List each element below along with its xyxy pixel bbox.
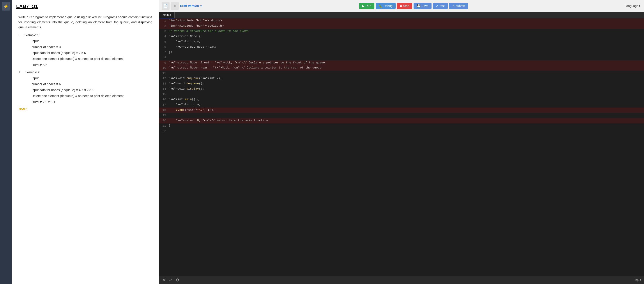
code-line: 15 [159,92,644,97]
save-icon: 💾 [417,4,420,8]
example-2-heading: II. Example 2: [18,70,152,75]
line-content: "inc">#include "hdr"><stdlib.h> [169,24,644,29]
app-icon: ⚡ [2,2,10,11]
line-number: 7 [159,50,169,55]
example-1-section: I. Example 1: Input: number of nodes = 3… [18,33,152,68]
debug-icon: 🐛 [379,4,382,8]
test-button[interactable]: ✓ test [433,3,448,9]
example-2-section: II. Example 2: Input: number of nodes = … [18,70,152,105]
code-line: 13"kw">void dequeue(); [159,81,644,86]
example-1-nodes: number of nodes = 3 [32,45,152,50]
code-line: 16"kw">int main() { [159,97,644,102]
bottom-bar: ✕ ⤢ ⚙ input [159,276,644,284]
stop-icon: ■ [400,4,402,8]
chevron-down-icon: ▼ [200,5,202,7]
example-2-enqueue: Input data for nodes (enqueue) = 4 7 9 2… [32,88,152,93]
draft-version-selector[interactable]: Draft version ▼ [180,4,202,8]
draft-version-label: Draft version [180,4,199,8]
settings-icon[interactable]: ⚙ [176,278,179,282]
run-label: Run [366,4,371,8]
file-tab-main[interactable]: main.c [159,12,174,18]
line-number: 3 [159,29,169,34]
code-line: 19 [159,113,644,118]
line-content: "kw">void enqueue("kw">int x); [169,76,644,81]
sidebar: ⚡ [0,0,12,284]
line-number: 12 [159,76,169,81]
line-number: 22 [159,129,169,134]
debug-label: Debug [384,4,392,8]
example-1-label: I. [18,33,20,38]
line-number: 21 [159,123,169,129]
save-button[interactable]: 💾 Save [414,3,432,9]
file-tab-name: main.c [162,13,171,17]
test-icon: ✓ [436,4,438,8]
line-content: "kw">struct Node* rear = "kw">NULL; "cm"… [169,65,644,70]
line-content: }; [169,50,644,55]
file-icon-button[interactable]: 📄 [162,2,170,10]
lab-title-area: LAB7_Q1 [12,0,159,11]
line-number: 8 [159,55,169,60]
problem-description: Write a C program to implement a queue u… [18,15,152,30]
left-panel: LAB7_Q1 Write a C program to implement a… [12,0,159,284]
debug-button[interactable]: 🐛 Debug [376,3,396,9]
example-1-delete: Delete one element (dequeue) // no need … [32,56,152,61]
code-line: 17 "kw">int n, m; [159,102,644,107]
line-number: 14 [159,86,169,92]
input-label: input [635,278,641,281]
example-1-content: Input: number of nodes = 3 Input data fo… [32,39,152,68]
upload-icon-button[interactable]: ⬆ [171,2,179,10]
example-1-heading: I. Example 1: [18,33,152,38]
code-line: 10"kw">struct Node* rear = "kw">NULL; "c… [159,65,644,71]
code-line: 2"inc">#include "hdr"><stdlib.h> [159,24,644,29]
line-content: "kw">int n, m; [169,102,644,107]
submit-button[interactable]: ↗ submit [449,3,468,9]
line-number: 9 [159,60,169,66]
terminal-icon[interactable]: ✕ [162,278,166,282]
language-label: Language C [625,4,641,8]
example-2-nodes: number of nodes = 6 [32,82,152,87]
example-1-title: Example 1: [24,33,40,38]
note-label: Note: [18,107,27,111]
line-number: 1 [159,18,169,24]
right-panel: 📄 ⬆ Draft version ▼ ▶ Run 🐛 Debug ■ Stop… [159,0,644,284]
line-content: "kw">struct Node* front = "kw">NULL; "cm… [169,60,644,65]
line-content: "inc">#include "hdr"><stdio.h> [169,18,644,23]
line-number: 10 [159,65,169,71]
line-number: 18 [159,107,169,113]
line-number: 6 [159,45,169,50]
line-number: 13 [159,81,169,86]
code-line: 9"kw">struct Node* front = "kw">NULL; "c… [159,60,644,66]
line-content: "kw">struct Node *next; [169,45,644,50]
line-number: 15 [159,92,169,97]
code-line: 7}; [159,50,644,55]
line-number: 19 [159,113,169,118]
toolbar: 📄 ⬆ Draft version ▼ ▶ Run 🐛 Debug ■ Stop… [159,0,644,12]
submit-label: submit [456,4,465,8]
stop-button[interactable]: ■ Stop [397,3,412,9]
problem-content: Write a C program to implement a queue u… [12,11,159,116]
example-2-output: Output: 7 9 2 3 1 [32,100,152,105]
line-number: 2 [159,24,169,29]
test-label: test [440,4,445,8]
line-content: "kw">void display(); [169,86,644,91]
lab-title: LAB7_Q1 [16,4,154,9]
code-line: 4"kw">struct Node { [159,34,644,39]
code-editor[interactable]: 1"inc">#include "hdr"><stdio.h>2"inc">#i… [159,18,644,276]
resize-icon[interactable]: ⤢ [169,278,172,282]
code-line: 5 "kw">int data; [159,39,644,45]
run-button[interactable]: ▶ Run [359,3,374,9]
code-line: 8 [159,55,644,60]
line-number: 17 [159,102,169,107]
code-line: 12"kw">void enqueue("kw">int x); [159,76,644,81]
example-2-label: II. [18,70,21,75]
code-line: 3// Define a structure for a node in the… [159,29,644,34]
code-line: 14"kw">void display(); [159,86,644,92]
line-content: "kw">void dequeue(); [169,81,644,86]
code-line: 21} [159,123,644,129]
save-label: Save [422,4,428,8]
line-content: // Define a structure for a node in the … [169,29,644,34]
line-content: "kw">int main() { [169,97,644,102]
example-1-enqueue: Input data for nodes (enqueue) = 2 5 6 [32,51,152,56]
line-content: } [169,123,644,128]
stop-label: Stop [403,4,409,8]
